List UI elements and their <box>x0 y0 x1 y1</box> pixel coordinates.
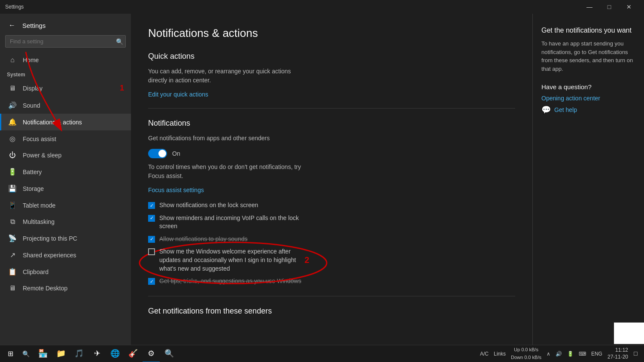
taskbar-app-settings[interactable]: ⚙ <box>143 345 160 362</box>
sidebar-item-focus[interactable]: ◎ Focus assist <box>0 130 131 147</box>
ac-label: A/C <box>480 351 489 357</box>
get-help-link[interactable]: Get help <box>554 106 577 113</box>
checkbox-lockscreen[interactable]: ✓ <box>148 202 155 209</box>
taskbar-search-button[interactable]: 🔍 <box>19 347 33 361</box>
sidebar-item-label-remote: Remote Desktop <box>23 285 67 292</box>
taskbar-links-item[interactable]: Links <box>492 350 507 358</box>
quick-actions-title: Quick actions <box>148 52 515 61</box>
search-icon-button[interactable]: 🔍 <box>116 38 123 45</box>
sidebar-item-notifications[interactable]: 🔔 Notifications & actions <box>0 114 131 130</box>
notif-center-icon: ☐ <box>633 351 638 357</box>
get-notifications-label: Get notifications from apps and other se… <box>148 134 515 143</box>
sidebar-item-multitasking[interactable]: ⧉ Multitasking <box>0 214 131 230</box>
taskbar-language[interactable]: ENG <box>589 350 604 358</box>
taskbar-speaker[interactable]: 🔊 <box>554 350 564 358</box>
links-label: Links <box>494 351 506 357</box>
tablet-icon: 📱 <box>8 201 17 209</box>
sidebar-item-shared[interactable]: ↗ Shared experiences <box>0 247 131 263</box>
minimize-button[interactable]: — <box>580 0 599 14</box>
sidebar-item-label-tablet: Tablet mode <box>23 202 55 209</box>
checkbox-sounds-row: ✓ Allow notifications to play sounds <box>148 235 515 244</box>
chevron-up-icon: ∧ <box>547 351 550 357</box>
sidebar-item-label-home: Home <box>23 57 39 63</box>
checkbox-welcome[interactable] <box>148 248 155 255</box>
speaker-icon: 🔊 <box>556 351 562 357</box>
right-panel-notifications-text: To have an app start sending you notific… <box>541 39 635 73</box>
title-bar-controls: — □ ✕ <box>580 0 639 14</box>
taskbar-battery[interactable]: 🔋 <box>565 350 575 358</box>
checkbox-welcome-row: Show me the Windows welcome experience a… <box>148 247 515 273</box>
taskbar-app-telegram[interactable]: ✈ <box>88 345 106 362</box>
sidebar-item-battery[interactable]: 🔋 Battery <box>0 163 131 180</box>
sidebar-header: ← Settings <box>0 14 131 35</box>
right-panel-notifications-title: Get the notifications you want <box>541 27 635 34</box>
search-input[interactable] <box>5 35 126 48</box>
page-title: Notifications & actions <box>148 27 515 40</box>
notifications-title: Notifications <box>148 119 515 128</box>
quick-actions-description: You can add, remove, or rearrange your q… <box>148 67 515 85</box>
title-bar-title: Settings <box>5 4 24 10</box>
toggle-knob <box>158 150 166 157</box>
close-button[interactable]: ✕ <box>619 0 639 14</box>
focus-control-text: To control times when you do or don't ge… <box>148 163 515 181</box>
network-up: Up 0.0 kB/s <box>514 347 538 353</box>
multitasking-icon: ⧉ <box>8 218 17 226</box>
checkbox-sounds[interactable]: ✓ <box>148 236 155 243</box>
sidebar-item-remote[interactable]: 🖥 Remote Desktop <box>0 280 131 296</box>
sidebar-section-system: System <box>0 68 131 79</box>
taskbar-chevron[interactable]: ∧ <box>545 350 552 358</box>
taskbar-app-media[interactable]: 🎸 <box>125 345 142 362</box>
taskbar-network-item[interactable]: Up 0.0 kB/s Down 0.0 kB/s <box>509 346 543 361</box>
sidebar-app-title: Settings <box>22 22 46 29</box>
keyboard-icon: ⌨ <box>579 351 586 357</box>
main-content: Notifications & actions Quick actions Yo… <box>131 14 532 345</box>
sidebar-item-label-display: Display <box>23 85 43 92</box>
checkbox-tips[interactable]: ✓ <box>148 278 155 285</box>
sidebar-item-display[interactable]: 🖥 Display 1 <box>0 79 131 97</box>
checkbox-sounds-label: Allow notifications to play sounds <box>159 235 247 244</box>
sidebar-item-label-clipboard: Clipboard <box>23 268 49 275</box>
sidebar-item-home[interactable]: ⌂ Home <box>0 52 131 68</box>
taskbar-ac-item[interactable]: A/C <box>478 350 490 358</box>
toggle-state-label: On <box>172 150 180 157</box>
taskbar-app-search[interactable]: 🔍 <box>161 345 178 362</box>
focus-assist-settings-link[interactable]: Focus assist settings <box>148 187 204 193</box>
sidebar-item-projecting[interactable]: 📡 Projecting to this PC <box>0 230 131 247</box>
clock-date: 27-11-20 <box>608 354 628 361</box>
check-icon: ✓ <box>150 203 154 208</box>
sidebar-item-label-focus: Focus assist <box>23 136 56 142</box>
sidebar-item-tablet[interactable]: 📱 Tablet mode <box>0 197 131 214</box>
sidebar-item-label-shared: Shared experiences <box>23 252 76 259</box>
start-button[interactable]: ⊞ <box>2 345 19 362</box>
shared-icon: ↗ <box>8 251 17 259</box>
taskbar-clock[interactable]: 11:12 27-11-20 <box>606 346 630 361</box>
sidebar-item-storage[interactable]: 💾 Storage <box>0 180 131 197</box>
taskbar-notification-center[interactable]: ☐ <box>632 350 640 358</box>
checkbox-lockscreen-label: Show notifications on the lock screen <box>159 201 258 210</box>
opening-action-center-link[interactable]: Opening action center <box>541 95 600 102</box>
taskbar-app-files[interactable]: 📁 <box>52 345 70 362</box>
section-divider-1 <box>148 108 515 109</box>
checkbox-reminders[interactable]: ✓ <box>148 215 155 222</box>
maximize-button[interactable]: □ <box>599 0 619 14</box>
taskbar-app-edge[interactable]: 🌐 <box>106 345 124 362</box>
sidebar-item-label-battery: Battery <box>23 169 42 175</box>
sidebar-item-sound[interactable]: 🔊 Sound <box>0 97 131 114</box>
taskbar-app-spotify[interactable]: 🎵 <box>70 345 88 362</box>
sidebar-nav-area: ⌂ Home System 🖥 Display 1 🔊 Sound 🔔 Noti… <box>0 52 131 296</box>
back-button[interactable]: ← <box>7 20 17 31</box>
clipboard-icon: 📋 <box>8 268 17 276</box>
taskbar-app-store[interactable]: 🏪 <box>34 345 52 362</box>
edit-quick-actions-link[interactable]: Edit your quick actions <box>148 91 208 98</box>
display-icon: 🖥 <box>8 84 17 92</box>
remote-icon: 🖥 <box>8 284 17 292</box>
sidebar-item-power[interactable]: ⏻ Power & sleep <box>0 147 131 163</box>
check-icon-3: ✓ <box>150 236 154 242</box>
notifications-toggle[interactable] <box>148 149 167 158</box>
focus-icon: ◎ <box>8 135 17 143</box>
taskbar-keyboard[interactable]: ⌨ <box>577 350 588 358</box>
get-help-row: 💬 Get help <box>541 105 635 115</box>
sidebar-item-label-sound: Sound <box>23 102 40 109</box>
sidebar-item-clipboard[interactable]: 📋 Clipboard <box>0 263 131 280</box>
sidebar-item-label-multitasking: Multitasking <box>23 218 55 225</box>
